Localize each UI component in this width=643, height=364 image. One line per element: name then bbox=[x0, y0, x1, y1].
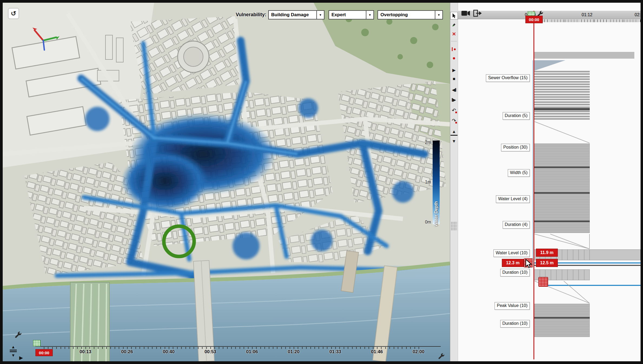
ruler-tick-marks bbox=[534, 19, 641, 22]
eject-up-button[interactable]: ▲ bbox=[450, 128, 458, 136]
hazard-select[interactable]: Overtopping bbox=[377, 10, 435, 19]
strip-drag-handle[interactable] bbox=[451, 222, 457, 231]
map-timeline-tick-label: 00:26 bbox=[121, 349, 133, 355]
stop-icon: ■ bbox=[453, 76, 455, 81]
play-button[interactable]: ▶ bbox=[450, 66, 458, 74]
map-timeline-tick-label: 01:20 bbox=[288, 349, 299, 355]
step-forward-button[interactable]: ▶ bbox=[450, 96, 458, 103]
ruler-label: 01:12 bbox=[582, 12, 592, 17]
track-separator bbox=[534, 192, 590, 194]
track-bar-overview[interactable] bbox=[534, 52, 634, 59]
hazard-dropdown-button[interactable]: ▼ bbox=[435, 10, 443, 19]
collapse-down-button[interactable]: ▼ bbox=[10, 351, 17, 358]
track-label-water-level-4: Water Level (4) bbox=[496, 195, 530, 203]
select-tool-button[interactable] bbox=[450, 12, 458, 19]
redo-marker bbox=[455, 122, 457, 123]
triangle-up-icon: ▲ bbox=[11, 345, 15, 349]
triangle-down-icon: ▼ bbox=[452, 139, 456, 144]
map-timeline-tick-label: 01:46 bbox=[371, 349, 383, 355]
scroll-down-button[interactable]: ▼ bbox=[450, 138, 458, 145]
export-icon bbox=[473, 9, 482, 17]
time-ruler[interactable] bbox=[458, 11, 641, 19]
triangle-up-icon: ▲ bbox=[452, 129, 456, 134]
chevron-down-icon: ▼ bbox=[369, 13, 372, 16]
track-label-duration-10: Duration (10) bbox=[500, 269, 530, 276]
map-settings-wrench-button[interactable] bbox=[14, 331, 22, 340]
track-separator bbox=[534, 221, 590, 222]
map-timeline-tick-label: 00:40 bbox=[163, 349, 174, 355]
track-bar-duration5-selected[interactable] bbox=[534, 108, 590, 110]
track-label-duration-4: Duration (4) bbox=[503, 221, 530, 229]
water-level-upper-badge[interactable]: 11.9 m bbox=[536, 249, 558, 257]
map-timeline-tick-label: 00:13 bbox=[79, 349, 91, 355]
water-level-right-badge[interactable]: 12.5 m bbox=[536, 259, 558, 267]
water-level-left-badge[interactable]: 12.3 m bbox=[502, 259, 524, 267]
track-label-peak-value-10: Peak Value (10) bbox=[495, 302, 530, 310]
edit-tool-button[interactable] bbox=[450, 21, 458, 29]
map-timeline-tick-label: 00:53 bbox=[204, 349, 216, 355]
vulnerability-type-select[interactable]: Building Damage bbox=[268, 10, 317, 19]
legend-title: Water Depth bbox=[434, 167, 439, 226]
map-current-time-badge[interactable]: 00:00 bbox=[35, 349, 53, 356]
chevron-down-icon: ▼ bbox=[437, 13, 440, 16]
map-timeline-tick-label: 02:00 bbox=[413, 349, 424, 355]
wrench-icon bbox=[14, 331, 22, 339]
current-time-badge[interactable]: 00:00 bbox=[525, 16, 543, 23]
track-bar-position-group[interactable] bbox=[534, 143, 590, 233]
undo-button[interactable]: ↶ bbox=[450, 106, 458, 114]
record-button[interactable]: ● bbox=[450, 54, 458, 62]
vulnerability-type-dropdown-button[interactable]: ▼ bbox=[317, 10, 324, 19]
map-panel: ↺ Vulnerability: Building Damage ▼ Exper… bbox=[3, 3, 450, 361]
track-label-duration-10b: Duration (10) bbox=[500, 320, 530, 328]
flood-map-3d-view[interactable] bbox=[3, 3, 450, 361]
play-icon: ▶ bbox=[19, 355, 23, 361]
duration-value-line bbox=[541, 285, 641, 286]
track-label-position-30: Position (30) bbox=[501, 144, 530, 151]
duration-drag-handle[interactable] bbox=[538, 277, 548, 287]
step-forward-icon: ▶ bbox=[453, 97, 456, 102]
dropper-icon bbox=[452, 22, 456, 27]
wrench-icon bbox=[437, 353, 445, 360]
undo-marker bbox=[455, 112, 457, 113]
track-bar-peak-value-group[interactable] bbox=[534, 304, 590, 337]
play-icon: ▶ bbox=[452, 68, 456, 73]
toolbar-divider bbox=[451, 41, 457, 41]
delete-tool-button[interactable]: ✕ bbox=[450, 30, 458, 38]
track-transition-wedge bbox=[534, 60, 565, 71]
legend-tick-0m: 0m bbox=[408, 220, 431, 225]
track-bar-duration5[interactable] bbox=[534, 111, 590, 121]
step-back-button[interactable]: ◀ bbox=[450, 86, 458, 93]
flood-simulation-app: ↺ Vulnerability: Building Damage ▼ Exper… bbox=[0, 0, 643, 364]
map-timeline-axis[interactable] bbox=[35, 346, 441, 347]
time-cursor-line[interactable] bbox=[533, 11, 534, 359]
redo-button[interactable]: ↷ bbox=[450, 117, 458, 124]
record-dot-icon: ● bbox=[452, 55, 455, 61]
track-bar-water-level-10-extension[interactable] bbox=[590, 249, 641, 260]
export-view-button[interactable] bbox=[473, 9, 482, 18]
reset-view-button[interactable]: ↺ bbox=[8, 8, 19, 19]
track-separator bbox=[534, 317, 590, 319]
reset-view-icon: ↺ bbox=[11, 10, 16, 17]
legend-tick-2m: 2m bbox=[408, 140, 431, 145]
cursor-arrow-icon bbox=[452, 13, 456, 18]
map-timeline-tick-label: 01:33 bbox=[329, 349, 341, 355]
ruler-label: 02:24 bbox=[635, 12, 641, 17]
record-from-here-button[interactable]: ● bbox=[450, 45, 458, 53]
track-bar-sewer-overflow[interactable] bbox=[534, 71, 590, 109]
stop-button[interactable]: ■ bbox=[450, 75, 458, 83]
mode-dropdown-button[interactable]: ▼ bbox=[366, 10, 374, 19]
capture-view-button[interactable] bbox=[461, 9, 471, 18]
preview-cursor-line bbox=[532, 60, 533, 260]
track-separator bbox=[534, 166, 590, 168]
legend-tick-1m: 1m bbox=[408, 180, 431, 185]
track-label-water-level-10: Water Level (10) bbox=[493, 249, 530, 257]
timeline-settings-wrench-button[interactable] bbox=[437, 353, 445, 361]
snap-grid-icon[interactable] bbox=[33, 340, 41, 346]
map-play-button[interactable]: ▶ bbox=[18, 355, 24, 361]
record-dot-icon: ● bbox=[453, 47, 456, 52]
track-label-sewer-overflow: Sewer Overflow (15) bbox=[486, 74, 530, 82]
collapse-up-button[interactable]: ▲ bbox=[10, 344, 17, 350]
map-timeline-ticks bbox=[44, 347, 420, 349]
mode-select[interactable]: Expert bbox=[329, 10, 366, 19]
chevron-down-icon: ▼ bbox=[319, 13, 322, 16]
